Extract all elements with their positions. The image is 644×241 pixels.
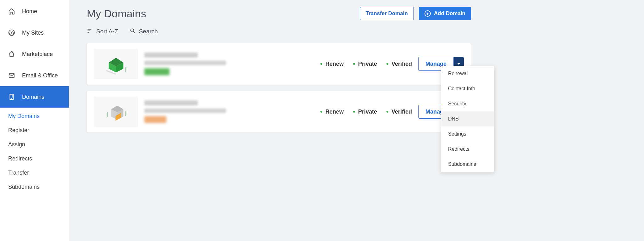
subnav-transfer[interactable]: Transfer <box>8 166 69 180</box>
page-title: My Domains <box>87 8 146 20</box>
domain-statuses: Renew Private Verified <box>320 109 412 115</box>
status-dot-icon <box>386 111 388 113</box>
sidebar-item-label: Home <box>22 8 37 15</box>
sidebar-item-domains[interactable]: Domains <box>0 86 69 108</box>
sort-label: Sort A-Z <box>96 28 118 35</box>
sidebar-item-label: Email & Office <box>22 72 58 79</box>
subnav-redirects[interactable]: Redirects <box>8 152 69 165</box>
domain-name-redacted <box>144 53 198 58</box>
domain-info <box>144 53 314 75</box>
dropdown-security[interactable]: Security <box>441 96 494 111</box>
bag-icon <box>8 51 15 58</box>
domain-badge-redacted <box>144 68 169 75</box>
building-icon <box>8 93 15 100</box>
sort-control[interactable]: Sort A-Z <box>87 28 118 36</box>
status-renew: Renew <box>320 61 344 67</box>
status-dot-icon <box>353 111 355 113</box>
dropdown-redirects[interactable]: Redirects <box>441 142 494 157</box>
sidebar-item-email[interactable]: Email & Office <box>0 65 69 86</box>
domain-meta-redacted <box>144 61 226 65</box>
search-label: Search <box>139 28 158 35</box>
search-control[interactable]: Search <box>130 28 158 36</box>
sidebar-item-mysites[interactable]: My Sites <box>0 22 69 43</box>
domain-thumbnail <box>94 97 138 127</box>
subnav-register[interactable]: Register <box>8 124 69 137</box>
status-verified: Verified <box>386 109 412 115</box>
toolbar: Sort A-Z Search <box>87 25 471 38</box>
page-header: My Domains Transfer Domain + Add Domain <box>87 0 471 27</box>
button-label: Transfer Domain <box>366 10 408 17</box>
domain-card: Renew Private Verified Manage <box>87 91 471 133</box>
dropdown-settings[interactable]: Settings <box>441 126 494 142</box>
domain-thumbnail <box>94 49 138 79</box>
status-dot-icon <box>353 63 355 65</box>
domain-name-redacted <box>144 100 198 105</box>
status-dot-icon <box>386 63 388 65</box>
transfer-domain-button[interactable]: Transfer Domain <box>360 7 414 20</box>
sidebar-item-label: Marketplace <box>22 51 53 58</box>
sidebar-subnav: My Domains Register Assign Redirects Tra… <box>0 109 69 194</box>
chevron-down-icon <box>457 63 460 65</box>
mail-icon <box>8 72 15 79</box>
header-actions: Transfer Domain + Add Domain <box>360 7 471 20</box>
dropdown-renewal[interactable]: Renewal <box>441 66 494 81</box>
domain-statuses: Renew Private Verified <box>320 61 412 67</box>
wordpress-icon <box>8 29 15 36</box>
domain-card: Renew Private Verified Manage <box>87 43 471 85</box>
subnav-assign[interactable]: Assign <box>8 138 69 151</box>
status-private: Private <box>353 61 377 67</box>
svg-point-3 <box>130 29 134 32</box>
subnav-subdomains[interactable]: Subdomains <box>8 180 69 194</box>
domain-meta-redacted <box>144 109 226 113</box>
main: My Domains Transfer Domain + Add Domain … <box>69 0 489 241</box>
sidebar-item-marketplace[interactable]: Marketplace <box>0 43 69 65</box>
svg-marker-14 <box>125 110 126 116</box>
subnav-my-domains[interactable]: My Domains <box>8 109 69 123</box>
sidebar-item-label: My Sites <box>22 30 44 36</box>
svg-marker-7 <box>125 66 126 72</box>
home-icon <box>8 8 15 15</box>
sidebar-item-label: Domains <box>22 94 44 100</box>
sidebar: Home My Sites Marketplace Email & Office… <box>0 0 69 241</box>
domain-badge-redacted <box>144 116 166 123</box>
dropdown-dns[interactable]: DNS <box>441 111 494 126</box>
status-dot-icon <box>320 63 322 65</box>
manage-dropdown: Renewal Contact Info Security DNS Settin… <box>441 66 494 172</box>
button-label: Add Domain <box>434 10 465 17</box>
status-dot-icon <box>320 111 322 113</box>
status-private: Private <box>353 109 377 115</box>
dropdown-contact[interactable]: Contact Info <box>441 81 494 96</box>
sidebar-item-home[interactable]: Home <box>0 1 69 22</box>
status-renew: Renew <box>320 109 344 115</box>
dropdown-subdomains[interactable]: Subdomains <box>441 157 494 172</box>
add-domain-button[interactable]: + Add Domain <box>419 7 471 20</box>
svg-marker-13 <box>107 112 108 118</box>
cards: Renew Private Verified Manage <box>87 43 471 133</box>
sort-icon <box>87 28 93 36</box>
search-icon <box>130 28 136 36</box>
domain-info <box>144 100 314 123</box>
status-verified: Verified <box>386 61 412 67</box>
plus-icon: + <box>425 10 431 17</box>
